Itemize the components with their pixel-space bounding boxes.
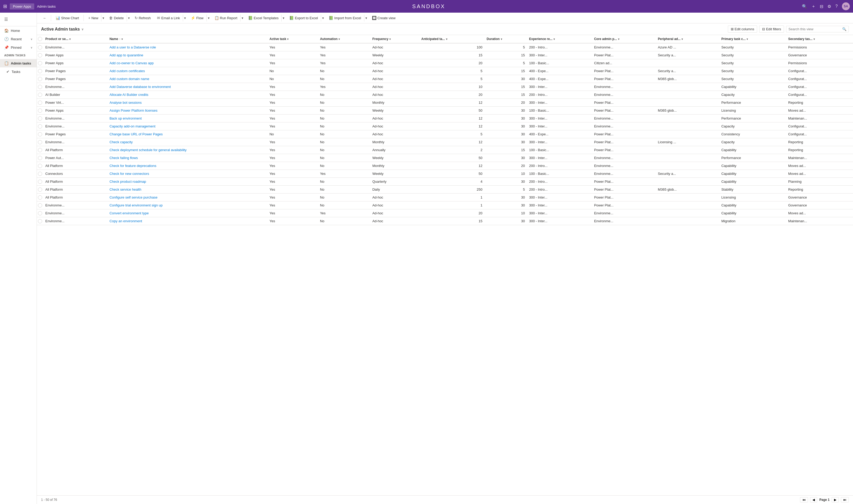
col-header-active-task[interactable]: Active task ▾ <box>267 35 318 43</box>
row-select-cell[interactable] <box>37 162 43 170</box>
prev-page-button[interactable]: ◀ <box>810 497 817 502</box>
search-input[interactable] <box>788 27 841 31</box>
col-header-duration[interactable]: Duration ▾ <box>484 35 527 43</box>
view-title-chevron[interactable]: ∨ <box>82 28 84 31</box>
cell-name[interactable]: Add Dataverse database to environment <box>107 83 267 91</box>
row-select-cell[interactable] <box>37 67 43 75</box>
col-header-anticipated[interactable]: Anticipated ta... ▾ <box>419 35 484 43</box>
cell-name[interactable]: Add app to quarantine <box>107 51 267 59</box>
import-excel-dropdown[interactable]: ▾ <box>364 15 369 22</box>
col-secondary-filter[interactable]: ▾ <box>814 38 815 40</box>
col-peripheral-filter[interactable]: ▾ <box>681 38 683 40</box>
last-page-button[interactable]: ⏭ <box>841 497 849 502</box>
delete-button[interactable]: 🗑 Delete <box>106 14 127 22</box>
col-header-secondary[interactable]: Secondary tas... ▾ <box>786 35 853 43</box>
email-link-button[interactable]: ✉ Email a Link <box>154 14 183 22</box>
back-button[interactable]: ← <box>40 15 49 22</box>
cell-name[interactable]: Copy an environment <box>107 217 267 225</box>
row-select-cell[interactable] <box>37 123 43 130</box>
add-nav-icon[interactable]: ＋ <box>811 4 816 9</box>
col-duration-filter[interactable]: ▾ <box>501 38 502 40</box>
col-header-frequency[interactable]: Frequency ▾ <box>370 35 419 43</box>
cell-name[interactable]: Check failing flows <box>107 154 267 162</box>
filter-nav-icon[interactable]: ⊟ <box>820 4 823 9</box>
show-chart-button[interactable]: 📊 Show Chart <box>53 14 82 22</box>
select-all-header[interactable] <box>37 35 43 43</box>
col-product-filter[interactable]: ▾ <box>69 38 71 40</box>
row-select-cell[interactable] <box>37 186 43 194</box>
avatar[interactable]: SA <box>842 2 850 10</box>
cell-name[interactable]: Back up environment <box>107 114 267 123</box>
row-select-cell[interactable] <box>37 107 43 114</box>
app-grid-icon[interactable]: ⊞ <box>3 3 7 9</box>
cell-name[interactable]: Change base URL of Power Pages <box>107 130 267 138</box>
flow-button[interactable]: ⚡ Flow <box>188 14 206 22</box>
run-report-dropdown[interactable]: ▾ <box>240 15 245 22</box>
col-header-automation[interactable]: Automation ▾ <box>318 35 370 43</box>
cell-name[interactable]: Analyse bot sessions <box>107 99 267 107</box>
cell-name[interactable]: Allocate AI Builder credits <box>107 91 267 99</box>
col-core-admin-filter[interactable]: ▾ <box>618 38 619 40</box>
cell-name[interactable]: Add custom certificates <box>107 67 267 75</box>
cell-name[interactable]: Check capacity <box>107 138 267 146</box>
row-select-cell[interactable] <box>37 130 43 138</box>
search-nav-icon[interactable]: 🔍 <box>802 4 807 9</box>
cell-name[interactable]: Add a user to a Dataverse role <box>107 43 267 51</box>
cell-name[interactable]: Check deployment schedule for general av… <box>107 146 267 154</box>
new-dropdown[interactable]: ▾ <box>101 15 106 22</box>
row-select-cell[interactable] <box>37 201 43 209</box>
row-select-cell[interactable] <box>37 138 43 146</box>
cell-name[interactable]: Check for feature deprecations <box>107 162 267 170</box>
next-page-button[interactable]: ▶ <box>832 497 839 502</box>
create-view-button[interactable]: 🔲 Create view <box>369 14 398 22</box>
cell-name[interactable]: Check product roadmap <box>107 178 267 186</box>
col-experience-filter[interactable]: ▾ <box>553 38 555 40</box>
row-select-cell[interactable] <box>37 43 43 51</box>
col-header-primary-task[interactable]: Primary task c... ▾ <box>719 35 786 43</box>
refresh-button[interactable]: ↻ Refresh <box>132 14 154 22</box>
col-frequency-filter[interactable]: ▾ <box>389 38 391 40</box>
export-excel-dropdown[interactable]: ▾ <box>321 15 325 22</box>
table-container[interactable]: Product or se... ▾ Name ↑ ▾ <box>37 35 853 495</box>
settings-nav-icon[interactable]: ⚙ <box>828 4 831 9</box>
help-nav-icon[interactable]: ? <box>835 4 838 9</box>
cell-name[interactable]: Configure self service purchase <box>107 194 267 201</box>
row-select-cell[interactable] <box>37 170 43 178</box>
run-report-button[interactable]: 📋 Run Report <box>212 14 240 22</box>
row-select-cell[interactable] <box>37 178 43 186</box>
first-page-button[interactable]: ⏮ <box>800 497 808 502</box>
email-dropdown[interactable]: ▾ <box>183 15 187 22</box>
col-header-core-admin[interactable]: Core admin p... ▾ <box>592 35 656 43</box>
cell-name[interactable]: Convert environment type <box>107 209 267 217</box>
excel-templates-dropdown[interactable]: ▾ <box>281 15 286 22</box>
sidebar-item-admin-tasks[interactable]: 📋 Admin tasks <box>0 59 37 67</box>
export-excel-button[interactable]: 📗 Export to Excel <box>286 14 321 22</box>
row-select-cell[interactable] <box>37 59 43 67</box>
sidebar-item-pinned[interactable]: 📌 Pinned ∨ <box>0 43 37 52</box>
cell-name[interactable]: Capacity add-on management <box>107 123 267 130</box>
col-automation-filter[interactable]: ▾ <box>338 38 340 40</box>
cell-name[interactable]: Add custom domain name <box>107 75 267 83</box>
app-name-badge[interactable]: Power Apps <box>10 3 34 10</box>
col-header-name[interactable]: Name ↑ ▾ <box>107 35 267 43</box>
sidebar-hamburger[interactable]: ☰ <box>0 15 37 24</box>
cell-name[interactable]: Check for new connectors <box>107 170 267 178</box>
search-box[interactable]: 🔍 <box>786 26 849 32</box>
col-name-sort[interactable]: ↑ <box>119 38 120 40</box>
row-select-cell[interactable] <box>37 154 43 162</box>
sidebar-item-home[interactable]: 🏠 Home <box>0 26 37 35</box>
new-button[interactable]: + New <box>85 14 101 22</box>
excel-templates-button[interactable]: 📗 Excel Templates <box>245 14 281 22</box>
edit-filters-button[interactable]: ⊟ Edit filters <box>759 25 784 33</box>
import-excel-button[interactable]: 📗 Import from Excel <box>326 14 364 22</box>
row-select-cell[interactable] <box>37 146 43 154</box>
row-select-cell[interactable] <box>37 83 43 91</box>
cell-name[interactable]: Add co-owner to Canvas app <box>107 59 267 67</box>
col-header-experience[interactable]: Experience re... ▾ <box>527 35 592 43</box>
sidebar-item-tasks[interactable]: ✔ Tasks <box>0 67 37 76</box>
sidebar-item-recent[interactable]: 🕐 Recent ∨ <box>0 35 37 43</box>
row-select-cell[interactable] <box>37 114 43 123</box>
col-header-product[interactable]: Product or se... ▾ <box>43 35 107 43</box>
row-select-cell[interactable] <box>37 194 43 201</box>
cell-name[interactable]: Check service health <box>107 186 267 194</box>
